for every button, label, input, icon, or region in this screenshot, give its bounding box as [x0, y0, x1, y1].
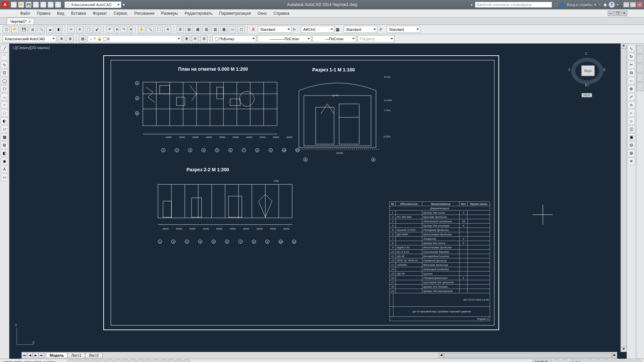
status-clean-icon[interactable] — [635, 360, 641, 362]
layer-prev-icon[interactable]: ⟳ — [192, 35, 199, 43]
status-grid-icon[interactable] — [553, 360, 560, 362]
hscroll-left-icon[interactable]: ◀ — [439, 353, 444, 358]
app-logo-icon[interactable]: A — [1, 1, 9, 8]
status-toggle[interactable] — [183, 360, 190, 362]
status-toggle[interactable] — [129, 360, 136, 362]
modify-tool-icon[interactable]: ⤡ — [628, 45, 635, 52]
status-toggle[interactable] — [114, 360, 121, 362]
draw-tool-icon[interactable]: ~ — [1, 101, 8, 109]
modify-tool-icon[interactable]: ⊕ — [628, 85, 635, 93]
layer-props-icon[interactable]: ▤ — [79, 35, 86, 43]
draw-tool-icon[interactable]: ◐ — [1, 117, 8, 125]
status-qv-icon[interactable] — [561, 360, 568, 362]
status-hardware-icon[interactable] — [619, 360, 625, 362]
signin-label[interactable]: Вход в службы — [567, 3, 592, 7]
draw-tool-icon[interactable]: ⊞ — [1, 141, 8, 149]
ws-tools-icon[interactable]: ⊞ — [66, 35, 74, 43]
modify-tool-icon[interactable]: ↔ — [628, 77, 635, 84]
document-tab[interactable]: Чертеж1* × — [7, 18, 34, 24]
chevron-down-icon[interactable]: ▾ — [617, 3, 619, 6]
viewcube-w[interactable]: З — [568, 68, 570, 72]
status-lock-icon[interactable] — [610, 360, 617, 362]
draw-tool-icon[interactable]: ⬠ — [1, 85, 8, 93]
chevron-down-icon[interactable]: ▾ — [129, 26, 133, 33]
draw-tool-icon[interactable]: ⌒ — [1, 53, 8, 60]
a360-icon[interactable]: ◉ — [603, 2, 607, 7]
modify-tool-icon[interactable]: ⌂ — [628, 117, 635, 125]
status-annovisible-icon[interactable] — [586, 360, 593, 362]
new-icon[interactable]: ▢ — [11, 2, 17, 8]
layout-tab[interactable]: Лист2 — [85, 353, 103, 358]
zoom-realtime-icon[interactable]: 🔍 — [147, 26, 154, 33]
modify-tool-icon[interactable]: ▣ — [628, 133, 635, 141]
next-icon[interactable]: ▶ — [33, 353, 38, 358]
designcenter-icon[interactable]: ▥ — [203, 26, 210, 33]
draw-tool-icon[interactable]: ▱ — [1, 125, 8, 133]
draw-tool-icon[interactable]: A — [1, 166, 8, 173]
print-icon[interactable]: 🖨 — [29, 26, 36, 33]
chevron-down-icon[interactable]: ▾ — [594, 3, 596, 6]
prev-icon[interactable]: ◀ — [27, 353, 33, 358]
status-toggle[interactable] — [153, 360, 159, 362]
user-icon[interactable]: 👤 — [560, 2, 565, 7]
modify-tool-icon[interactable]: ⊟ — [628, 141, 635, 149]
status-toggle[interactable] — [99, 360, 105, 362]
plotstyle-combo[interactable]: ПоЦвету — [358, 35, 394, 42]
menu-Сервис[interactable]: Сервис — [110, 10, 131, 16]
drawing-canvas[interactable]: [-][Сверху][2D-каркас] План на отметке 0… — [9, 44, 627, 359]
status-toggle[interactable] — [137, 360, 144, 362]
tablestyle-combo[interactable]: Standard — [344, 26, 377, 33]
menu-Вид[interactable]: Вид — [54, 10, 68, 16]
chevron-down-icon[interactable]: ▾ — [115, 26, 119, 33]
modify-tool-icon[interactable]: ⊞ — [628, 149, 635, 157]
quickcalc-icon[interactable]: ▩ — [220, 26, 227, 33]
horizontal-scrollbar[interactable] — [444, 353, 612, 358]
textstyle-combo[interactable]: Standard — [258, 26, 291, 33]
status-toggle[interactable] — [122, 360, 128, 362]
properties-icon[interactable]: ☰ — [176, 26, 184, 33]
draw-tool-icon[interactable]: ⊡ — [1, 69, 8, 76]
save-icon[interactable]: 💾 — [25, 2, 32, 8]
menu-Редактировать[interactable]: Редактировать — [181, 10, 216, 16]
ws-settings-icon[interactable]: ⚙ — [58, 35, 65, 43]
status-toggle[interactable] — [168, 360, 175, 362]
draw-tool-icon[interactable]: ◌ — [1, 109, 8, 117]
layout-tab[interactable]: Модель — [46, 353, 68, 358]
maximize-button[interactable]: ▭ — [630, 2, 636, 7]
hscroll-right-icon[interactable]: ▶ — [612, 353, 617, 358]
viewcube[interactable]: Верх С Ю З В МСК — [570, 54, 603, 87]
commandline-icon[interactable]: ▭ — [229, 26, 236, 33]
open-icon[interactable]: 📂 — [18, 2, 24, 8]
status-toggle[interactable] — [176, 360, 182, 362]
minimize-button[interactable]: — — [623, 2, 629, 7]
redo-icon[interactable]: ↷ — [120, 26, 127, 33]
print-icon[interactable]: 🖨 — [40, 2, 46, 8]
color-combo[interactable]: ПоБлоку — [213, 35, 256, 42]
matchprop-icon[interactable]: 🖌 — [94, 26, 101, 33]
viewcube-s[interactable]: Ю — [585, 83, 589, 87]
pan-icon[interactable]: ✋ — [138, 26, 145, 33]
markup-icon[interactable]: ▧ — [211, 26, 219, 33]
panel-tab[interactable] — [637, 45, 643, 54]
first-icon[interactable]: ⏮ — [21, 353, 27, 358]
draw-tool-icon[interactable]: ▦ — [1, 133, 8, 141]
status-ws-icon[interactable] — [602, 360, 609, 362]
saveas-icon[interactable]: ⎙ — [33, 2, 39, 8]
draw-tool-icon[interactable]: ◧ — [1, 149, 8, 157]
panel-tab[interactable] — [637, 82, 643, 91]
sheetset-icon[interactable]: ▤ — [185, 26, 193, 33]
undo-icon[interactable]: ↶ — [106, 26, 113, 33]
status-toggle[interactable] — [68, 360, 74, 362]
qat-dropdown-icon[interactable]: ▾ — [123, 2, 125, 7]
viewcube-face[interactable]: Верх — [581, 65, 595, 76]
modify-tool-icon[interactable]: ✂ — [628, 61, 635, 68]
mleaderstyle-combo[interactable]: Standard — [387, 26, 420, 33]
layer-make-current-icon[interactable]: ≣ — [183, 35, 190, 43]
toolpalettes-icon[interactable]: ▦ — [194, 26, 201, 33]
undo-icon[interactable]: ↶ — [48, 2, 54, 8]
lineweight-combo[interactable]: — ПоСлою — [313, 35, 356, 42]
doc-restore-button[interactable]: ❐ — [614, 11, 621, 16]
menu-Формат[interactable]: Формат — [89, 10, 110, 16]
menu-Файл[interactable]: Файл — [17, 10, 34, 16]
cleanscreen-icon[interactable]: ▢ — [237, 26, 245, 33]
